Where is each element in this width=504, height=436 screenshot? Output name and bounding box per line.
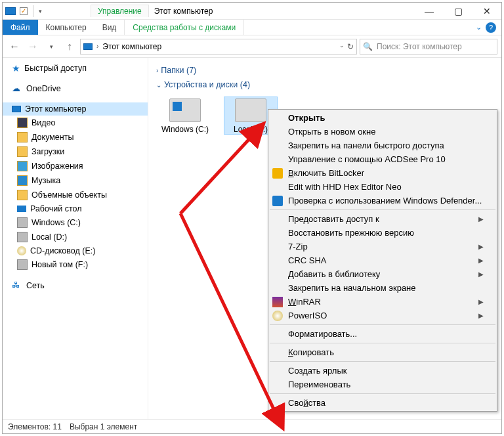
- sidebar: ★ Быстрый доступ ☁ OneDrive Этот компьют…: [3, 58, 148, 419]
- address-dropdown-icon[interactable]: ⌄: [339, 42, 345, 51]
- history-dropdown-icon[interactable]: ▾: [43, 39, 59, 54]
- drive-icon: [17, 259, 28, 270]
- menu-acdsee[interactable]: Управление с помощью ACDSee Pro 10: [268, 152, 497, 166]
- window-title: Этот компьютер: [154, 7, 213, 16]
- desktop-icon: [17, 206, 26, 212]
- menu-pin-quick-access[interactable]: Закрепить на панели быстрого доступа: [268, 139, 497, 152]
- poweriso-icon: [272, 311, 283, 321]
- checkbox-icon[interactable]: ✓: [20, 7, 28, 15]
- statusbar: Элементов: 11 Выбран 1 элемент: [3, 419, 501, 433]
- pc-icon: [12, 106, 21, 112]
- sidebar-quick-access[interactable]: ★ Быстрый доступ: [3, 62, 148, 75]
- sidebar-item-label: Local (D:): [32, 232, 67, 242]
- menu-copy[interactable]: Копировать: [268, 345, 497, 359]
- address-chevron-icon[interactable]: ›: [96, 43, 98, 50]
- group-drives[interactable]: ⌄ Устройства и диски (4): [156, 77, 494, 92]
- drive-icon: [235, 98, 266, 122]
- drive-c[interactable]: Windows (C:): [159, 97, 211, 134]
- sidebar-item-music[interactable]: Музыка: [3, 173, 148, 188]
- sidebar-item-label: CD-дисковод (E:): [30, 246, 95, 255]
- tab-view[interactable]: Вид: [94, 20, 125, 35]
- submenu-arrow-icon: ▶: [478, 257, 484, 264]
- minimize-button[interactable]: —: [415, 3, 444, 20]
- qat-dropdown-icon[interactable]: ▾: [39, 8, 42, 14]
- sidebar-item-video[interactable]: Видео: [3, 116, 148, 130]
- menu-defender[interactable]: Проверка с использованием Windows Defend…: [268, 194, 497, 207]
- pc-mini-icon: [83, 43, 93, 50]
- sidebar-item-label: OneDrive: [26, 84, 61, 93]
- submenu-arrow-icon: ▶: [478, 271, 484, 278]
- star-icon: ★: [12, 64, 20, 73]
- menu-rename[interactable]: Переименовать: [268, 378, 497, 391]
- sidebar-item-desktop[interactable]: Рабочий стол: [3, 202, 148, 215]
- drive-icon: [17, 217, 28, 228]
- menu-create-shortcut[interactable]: Создать ярлык: [268, 364, 497, 378]
- menu-share[interactable]: Предоставить доступ к▶: [268, 212, 497, 226]
- title-context-tab[interactable]: Управление: [91, 5, 149, 17]
- menu-pin-start[interactable]: Закрепить на начальном экране: [268, 281, 497, 295]
- forward-button[interactable]: →: [25, 39, 41, 54]
- menu-separator: [270, 324, 495, 325]
- sidebar-item-label: Windows (C:): [32, 218, 81, 227]
- menu-open[interactable]: Открыть: [268, 111, 497, 125]
- drive-icon: [17, 232, 28, 242]
- ribbon-collapse-icon[interactable]: ⌄: [476, 23, 482, 32]
- menu-hex-editor[interactable]: Edit with HHD Hex Editor Neo: [268, 180, 497, 194]
- up-button[interactable]: ↑: [62, 39, 77, 54]
- cd-icon: [17, 246, 26, 255]
- sidebar-item-cd[interactable]: CD-дисковод (E:): [3, 244, 148, 257]
- refresh-icon[interactable]: ↻: [347, 42, 354, 51]
- folder-icon: [17, 161, 28, 171]
- qat-separator: [33, 5, 33, 17]
- menu-crc-sha[interactable]: CRC SHA▶: [268, 253, 497, 267]
- sidebar-item-label: Видео: [32, 118, 56, 127]
- sidebar-item-label: Загрузки: [32, 147, 64, 156]
- chevron-right-icon[interactable]: ›: [156, 67, 158, 74]
- close-button[interactable]: ✕: [472, 3, 501, 20]
- search-input[interactable]: 🔍 Поиск: Этот компьютер: [360, 39, 497, 54]
- shield-icon: [272, 168, 283, 179]
- search-placeholder: Поиск: Этот компьютер: [377, 42, 462, 51]
- back-button[interactable]: ←: [7, 39, 22, 54]
- sidebar-item-3d[interactable]: Объемные объекты: [3, 188, 148, 202]
- menu-properties[interactable]: Свойства: [268, 396, 497, 410]
- menu-format[interactable]: Форматировать...: [268, 327, 497, 341]
- sidebar-item-drive-c[interactable]: Windows (C:): [3, 215, 148, 230]
- folder-icon: [17, 146, 28, 157]
- address-bar[interactable]: › Этот компьютер ⌄ ↻: [80, 39, 357, 54]
- sidebar-network[interactable]: 🖧Сеть: [3, 278, 148, 293]
- tab-file[interactable]: Файл: [3, 20, 38, 35]
- menu-poweriso[interactable]: PowerISO▶: [268, 309, 497, 322]
- tab-drive-tools[interactable]: Средства работы с дисками: [124, 20, 244, 35]
- search-icon: 🔍: [363, 42, 373, 51]
- menu-add-to-library[interactable]: Добавить в библиотеку▶: [268, 267, 497, 281]
- tab-computer[interactable]: Компьютер: [38, 20, 94, 35]
- menu-open-new-window[interactable]: Открыть в новом окне: [268, 125, 497, 139]
- maximize-button[interactable]: ▢: [444, 3, 472, 20]
- menu-bitlocker[interactable]: Включить BitLocker: [268, 166, 497, 180]
- address-path[interactable]: Этот компьютер: [102, 42, 161, 51]
- sidebar-item-drive-d[interactable]: Local (D:): [3, 230, 148, 244]
- sidebar-this-pc[interactable]: Этот компьютер: [3, 102, 148, 116]
- folder-icon: [17, 132, 28, 142]
- submenu-arrow-icon: ▶: [478, 243, 484, 250]
- sidebar-item-pictures[interactable]: Изображения: [3, 159, 148, 173]
- sidebar-item-downloads[interactable]: Загрузки: [3, 144, 148, 159]
- cloud-icon: ☁: [12, 83, 22, 94]
- group-folders[interactable]: › Папки (7): [156, 63, 494, 77]
- sidebar-item-drive-f[interactable]: Новый том (F:): [3, 257, 148, 272]
- chevron-down-icon[interactable]: ⌄: [156, 81, 161, 89]
- ribbon-tabs: Файл Компьютер Вид Средства работы с дис…: [3, 20, 501, 35]
- sidebar-item-label: Изображения: [32, 162, 83, 171]
- sidebar-onedrive[interactable]: ☁ OneDrive: [3, 81, 148, 96]
- sidebar-item-label: Новый том (F:): [32, 260, 88, 269]
- sidebar-item-documents[interactable]: Документы: [3, 130, 148, 144]
- menu-7zip[interactable]: 7-Zip▶: [268, 240, 497, 253]
- defender-icon: [272, 196, 283, 206]
- status-selection: Выбран 1 элемент: [70, 422, 137, 431]
- sidebar-item-label: Объемные объекты: [32, 190, 107, 200]
- submenu-arrow-icon: ▶: [478, 215, 484, 223]
- menu-restore-version[interactable]: Восстановить прежнюю версию: [268, 226, 497, 240]
- menu-winrar[interactable]: WinRAR▶: [268, 295, 497, 309]
- help-icon[interactable]: ?: [486, 22, 496, 33]
